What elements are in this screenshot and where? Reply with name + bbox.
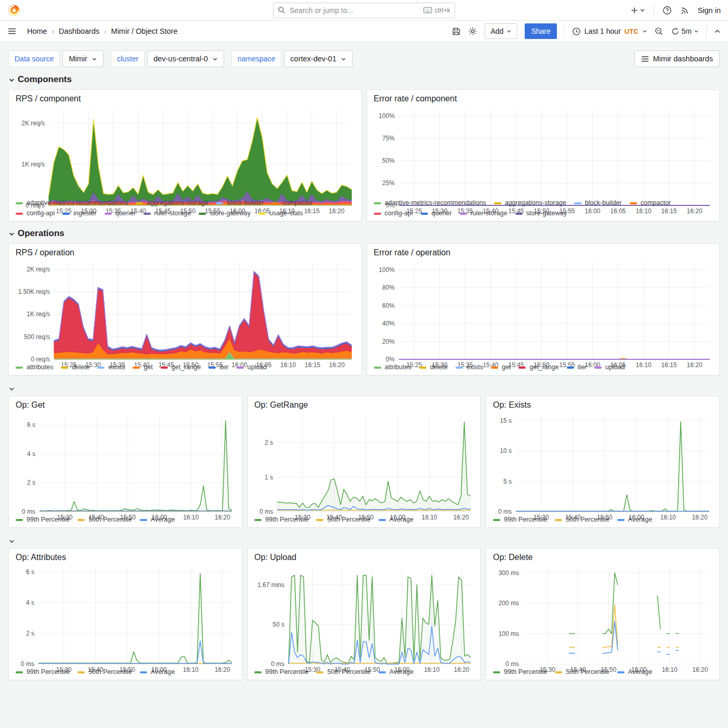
time-range-picker[interactable]: Last 1 hour UTC <box>572 27 647 36</box>
op-attributes-chart[interactable]: 15:3015:4015:5016:0016:1016:200 ms2 s4 s… <box>16 563 235 666</box>
legend-item[interactable]: attributes <box>16 363 53 372</box>
legend-item[interactable]: 50th Percentile <box>555 515 609 524</box>
legend-item[interactable]: ruler-storage <box>460 209 508 218</box>
list-icon <box>641 56 649 62</box>
op-getrange-chart[interactable]: 15:3015:4015:5016:0016:1016:200 ms1 s2 s <box>254 411 474 514</box>
mimir-dashboards-button[interactable]: Mimir dashboards <box>634 50 720 67</box>
legend-item[interactable]: block-builder <box>574 199 622 207</box>
news-icon[interactable] <box>680 6 690 15</box>
legend-item[interactable]: iter <box>567 363 587 372</box>
legend-item[interactable]: get <box>491 363 511 372</box>
legend-item[interactable]: 99th Percentile <box>16 515 70 524</box>
op-get-chart[interactable]: 15:3015:4015:5016:0016:1016:200 ms2 s4 s… <box>16 411 235 514</box>
chart-legend: attributesdeleteexistsgetget_rangeiterup… <box>16 361 355 372</box>
breadcrumb-dashboards[interactable]: Dashboards <box>59 27 99 35</box>
legend-item[interactable]: aggregations-storage <box>494 199 566 207</box>
legend-item[interactable]: 50th Percentile <box>77 668 132 677</box>
row-toggle[interactable] <box>8 382 720 395</box>
legend-item[interactable]: 50th Percentile <box>316 668 370 677</box>
legend-swatch <box>16 519 23 521</box>
legend-item[interactable]: Average <box>140 668 175 677</box>
breadcrumb-home[interactable]: Home <box>27 27 47 35</box>
search-input[interactable]: Search or jump to... ctrl+k <box>273 3 455 18</box>
zoom-out-icon[interactable] <box>655 27 664 36</box>
share-button[interactable]: Share <box>525 23 556 39</box>
legend-item[interactable]: iter <box>209 363 228 372</box>
sign-in-link[interactable]: Sign in <box>698 6 721 15</box>
svg-text:75%: 75% <box>382 135 394 142</box>
legend-item[interactable]: 50th Percentile <box>316 515 370 524</box>
rps-operation-chart[interactable]: 15:2515:3015:3515:4015:4515:5015:5516:00… <box>16 258 355 361</box>
legend-item[interactable]: 99th Percentile <box>254 515 308 524</box>
op-exists-chart[interactable]: 15:3015:4015:5016:0016:1016:200 ms5 s10 … <box>493 411 712 514</box>
legend-item[interactable]: config-api <box>16 209 55 218</box>
section-components[interactable]: Components <box>8 74 720 85</box>
legend-item[interactable]: upload <box>594 363 625 372</box>
legend-item[interactable]: 50th Percentile <box>77 515 132 524</box>
legend-item[interactable]: delete <box>61 363 89 372</box>
section-operations[interactable]: Operations <box>8 228 720 239</box>
settings-icon[interactable] <box>468 27 477 36</box>
legend-item[interactable]: adaptive-metrics-recommendations <box>16 199 128 207</box>
legend-item[interactable]: Average <box>140 515 175 524</box>
legend-item[interactable]: adaptive-metrics-recommendations <box>374 199 486 207</box>
legend-item[interactable]: 99th Percentile <box>493 515 547 524</box>
variable-cluster-select[interactable]: dev-us-central-0 <box>147 50 224 67</box>
menu-icon[interactable] <box>7 27 17 36</box>
legend-item[interactable]: querier <box>421 209 452 218</box>
refresh-picker[interactable]: 5m <box>671 27 699 36</box>
save-dashboard-icon[interactable] <box>452 27 461 36</box>
legend-item[interactable]: store-gateway <box>515 209 567 218</box>
legend-item[interactable]: ruler-storage <box>144 209 191 218</box>
legend-item[interactable]: aggregations-storage <box>136 199 208 207</box>
legend-item[interactable]: 99th Percentile <box>254 668 308 677</box>
legend-item[interactable]: querier <box>105 209 136 218</box>
legend-item[interactable]: Average <box>379 515 413 524</box>
new-menu-button[interactable] <box>630 6 645 15</box>
rps-component-chart[interactable]: 15:2515:3015:3515:4015:4515:5015:5516:00… <box>16 105 355 197</box>
legend-item[interactable]: block-builder <box>216 199 264 207</box>
chevron-down-icon <box>506 29 512 34</box>
legend-item[interactable]: delete <box>419 363 448 372</box>
legend-swatch <box>140 519 147 521</box>
legend-item[interactable]: get <box>133 363 152 372</box>
legend-item[interactable]: exists <box>456 363 483 372</box>
variable-namespace-select[interactable]: cortex-dev-01 <box>284 50 353 67</box>
legend-item[interactable]: store-gateway <box>199 209 251 218</box>
legend-swatch <box>61 367 68 369</box>
legend-item[interactable]: config-api <box>374 209 413 218</box>
legend-item[interactable]: 50th Percentile <box>555 668 609 677</box>
legend-item[interactable]: Average <box>617 668 652 677</box>
help-icon[interactable] <box>662 6 672 15</box>
legend-swatch <box>199 213 206 215</box>
legend-item[interactable]: usage-stats <box>258 209 303 218</box>
legend-item[interactable]: exists <box>97 363 125 372</box>
legend-item[interactable]: get_range <box>518 363 558 372</box>
legend-item[interactable]: Average <box>379 668 413 677</box>
legend-item[interactable]: compactor <box>271 199 313 207</box>
variable-datasource-select[interactable]: Mimir <box>62 50 103 67</box>
legend-item[interactable]: upload <box>237 363 267 372</box>
op-upload-chart[interactable]: 15:3015:4015:5016:0016:1016:200 ms50 s1.… <box>254 563 474 666</box>
svg-text:100 ms: 100 ms <box>499 630 519 638</box>
legend-item[interactable]: Average <box>617 515 652 524</box>
collapse-toolbar-icon[interactable] <box>714 28 721 35</box>
error-rate-component-chart[interactable]: 15:2515:3015:3515:4015:4515:5015:5516:00… <box>374 105 713 197</box>
chart-legend: adaptive-metrics-recommendationsaggregat… <box>374 197 713 218</box>
legend-swatch <box>421 213 428 215</box>
legend-item[interactable]: compactor <box>630 199 671 207</box>
panel-op-upload: Op: Upload 15:3015:4015:5016:0016:1016:2… <box>247 548 481 680</box>
legend-item[interactable]: 99th Percentile <box>16 668 70 677</box>
op-delete-chart[interactable]: 15:3015:4015:5016:0016:1016:200 ms100 ms… <box>493 563 712 666</box>
error-rate-operation-chart[interactable]: 15:2515:3015:3515:4015:4515:5015:5516:00… <box>374 258 713 361</box>
legend-swatch <box>379 519 386 521</box>
grafana-logo-icon[interactable] <box>7 4 21 17</box>
add-button[interactable]: Add <box>485 23 517 39</box>
legend-item[interactable]: ingester <box>62 209 96 218</box>
row-toggle[interactable] <box>8 535 720 547</box>
legend-item[interactable]: attributes <box>374 363 411 372</box>
legend-item[interactable]: get_range <box>161 363 201 372</box>
legend-swatch <box>374 202 381 204</box>
breadcrumb-separator: › <box>104 28 106 35</box>
legend-item[interactable]: 99th Percentile <box>493 668 547 677</box>
